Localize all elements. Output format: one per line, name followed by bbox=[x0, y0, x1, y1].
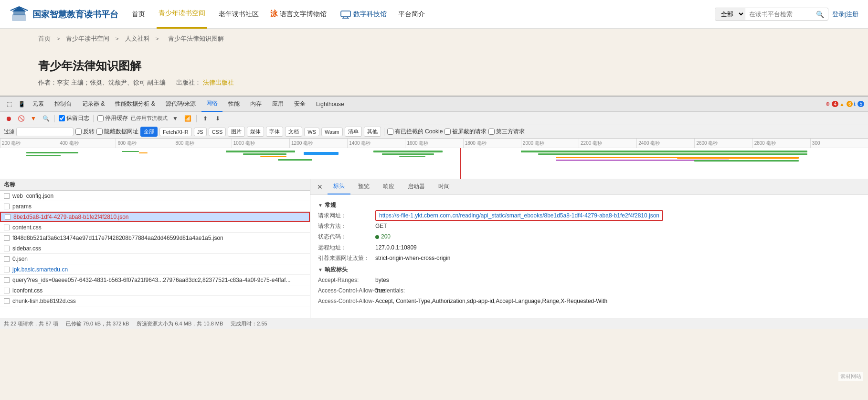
devtools-panel: ⬚ 📱 元素 控制台 记录器 & 性能数据分析 & 源代码/来源 网络 性能 内… bbox=[0, 96, 868, 329]
wifi-icon[interactable]: 📶 bbox=[183, 114, 192, 123]
nav-about[interactable]: 平台简介 bbox=[396, 0, 427, 29]
nav-youth[interactable]: 青少年读书空间 bbox=[157, 0, 207, 29]
requests-count: 共 22 项请求，共 87 项 bbox=[4, 320, 58, 327]
blocked-cookies-check[interactable]: 有已拦截的 Cookie bbox=[387, 128, 443, 136]
access-control-cred-label: Access-Control-Allow-Credentials: bbox=[318, 286, 375, 295]
breadcrumb-home[interactable]: 首页 bbox=[38, 35, 51, 42]
list-item-selected[interactable]: 8be1d5a8-1df4-4279-aba8-b1fe2f4f2810.jso… bbox=[0, 212, 310, 222]
hide-data-urls-check[interactable]: 隐藏数据网址 bbox=[96, 128, 138, 136]
page-content: 青少年法律知识图解 作者：李安 主编；张挺、沈颓尹、徐可 副主编 出版社： 法律… bbox=[0, 49, 868, 96]
nav-language[interactable]: 泳 语言文字博物馆 bbox=[270, 9, 327, 19]
filter-ws[interactable]: WS bbox=[304, 128, 319, 136]
nav-digital[interactable]: 数字科技馆 bbox=[340, 10, 387, 19]
file-checkbox[interactable] bbox=[4, 225, 10, 230]
upload-icon[interactable]: ⬆ bbox=[201, 114, 210, 123]
finish-time: 完成用时：2.55 bbox=[231, 320, 267, 327]
file-checkbox[interactable] bbox=[4, 256, 10, 262]
nav-home[interactable]: 首页 bbox=[130, 0, 147, 29]
list-item[interactable]: chunk-fish.bbe8192d.css bbox=[0, 296, 310, 306]
list-item[interactable]: jpk.basic.smartedu.cn bbox=[0, 264, 310, 275]
detail-tab-initiator[interactable]: 启动器 bbox=[402, 179, 431, 195]
file-checkbox[interactable] bbox=[4, 298, 10, 304]
invert-check[interactable]: 反转 bbox=[75, 128, 95, 136]
list-item[interactable]: iconfont.css bbox=[0, 285, 310, 296]
search-btn-toolbar[interactable]: 🔍 bbox=[41, 114, 51, 123]
file-checkbox[interactable] bbox=[5, 214, 11, 220]
inspect-icon[interactable]: ⬚ bbox=[4, 99, 14, 109]
filter-all[interactable]: 全部 bbox=[140, 127, 158, 137]
filter-btn-toolbar[interactable]: ▼ bbox=[29, 114, 38, 123]
filter-media[interactable]: 媒体 bbox=[247, 127, 264, 137]
filter-img[interactable]: 图片 bbox=[228, 127, 245, 137]
file-checkbox[interactable] bbox=[4, 235, 10, 241]
blocked-requests-check[interactable]: 被屏蔽的请求 bbox=[445, 128, 487, 136]
disable-cache-check[interactable]: 停用缓存 bbox=[97, 114, 128, 122]
logo[interactable]: 国家智慧教育读书平台 bbox=[10, 6, 118, 22]
nav-senior[interactable]: 老年读书社区 bbox=[217, 0, 261, 29]
status-row: 状态代码： 200 bbox=[318, 232, 860, 241]
request-detail-panel: ✕ 标头 预览 响应 启动器 时间 常规 请求网址： https://s-fil… bbox=[310, 179, 868, 318]
section-response-headers-title: 响应标头 bbox=[318, 266, 860, 274]
status-bar: 共 22 项请求，共 87 项 已传输 79.0 kB，共 372 kB 所选资… bbox=[0, 318, 868, 329]
tab-security[interactable]: 安全 bbox=[289, 97, 310, 112]
download-icon[interactable]: ⬇ bbox=[213, 114, 222, 123]
filter-input[interactable] bbox=[16, 128, 74, 136]
tab-console[interactable]: 控制台 bbox=[50, 97, 76, 112]
detail-tab-headers[interactable]: 标头 bbox=[328, 179, 350, 195]
list-item[interactable]: params bbox=[0, 201, 310, 212]
filter-doc[interactable]: 文档 bbox=[285, 127, 302, 137]
list-item[interactable]: 0.json bbox=[0, 254, 310, 264]
tab-performance-data[interactable]: 性能数据分析 & bbox=[110, 97, 159, 112]
url-text: https://s-file-1.ykt.cbern.com.cn/readin… bbox=[375, 210, 663, 221]
tab-sources[interactable]: 源代码/来源 bbox=[161, 97, 201, 112]
mark-2200: 2200 毫秒 bbox=[579, 139, 636, 148]
search-input[interactable] bbox=[745, 9, 812, 20]
detail-close-btn[interactable]: ✕ bbox=[314, 181, 326, 193]
tab-performance[interactable]: 性能 bbox=[223, 97, 244, 112]
breadcrumb-youth[interactable]: 青少年读书空间 bbox=[66, 35, 109, 42]
detail-tab-response[interactable]: 响应 bbox=[377, 179, 400, 195]
preserve-log-check[interactable]: 保留日志 bbox=[59, 114, 89, 122]
tab-network[interactable]: 网络 bbox=[201, 97, 222, 112]
filter-font[interactable]: 字体 bbox=[266, 127, 283, 137]
filter-bar: 过滤 反转 隐藏数据网址 全部 Fetch/XHR JS CSS 图片 媒体 字… bbox=[0, 125, 868, 139]
record-btn[interactable]: ⏺ bbox=[4, 114, 13, 123]
tab-memory[interactable]: 内存 bbox=[245, 97, 266, 112]
list-item[interactable]: f848d8b521af3a6c13474ae97d117e7f428208b7… bbox=[0, 233, 310, 243]
tab-application[interactable]: 应用 bbox=[267, 97, 288, 112]
file-checkbox[interactable] bbox=[4, 246, 10, 251]
file-checkbox[interactable] bbox=[4, 267, 10, 272]
list-item[interactable]: sidebar.css bbox=[0, 243, 310, 254]
toolbar-sep-1 bbox=[54, 115, 55, 122]
file-checkbox[interactable] bbox=[4, 193, 10, 199]
filter-wasm[interactable]: Wasm bbox=[321, 128, 343, 136]
selected-size: 所选资源大小为 6.4 MB，共 10.8 MB bbox=[137, 320, 223, 327]
detail-tab-preview[interactable]: 预览 bbox=[352, 179, 375, 195]
mark-2400: 2400 毫秒 bbox=[636, 139, 694, 148]
tab-elements[interactable]: 元素 bbox=[28, 97, 49, 112]
clear-btn[interactable]: 🚫 bbox=[16, 114, 26, 123]
filter-css[interactable]: CSS bbox=[209, 128, 226, 136]
filter-other[interactable]: 其他 bbox=[364, 127, 381, 137]
list-item[interactable]: web_config.json bbox=[0, 191, 310, 201]
third-party-check[interactable]: 第三方请求 bbox=[488, 128, 525, 136]
throttle-select[interactable]: ▼ bbox=[170, 114, 180, 123]
list-item[interactable]: content.css bbox=[0, 222, 310, 233]
tab-lighthouse[interactable]: Lighthouse bbox=[311, 97, 349, 112]
search-bar: 全部 🔍 bbox=[715, 8, 828, 21]
tab-recorder[interactable]: 记录器 & bbox=[77, 97, 109, 112]
filter-fetch-xhr[interactable]: Fetch/XHR bbox=[159, 128, 192, 136]
detail-tab-timing[interactable]: 时间 bbox=[433, 179, 455, 195]
filter-manifest[interactable]: 清单 bbox=[345, 127, 362, 137]
filter-js[interactable]: JS bbox=[194, 128, 207, 136]
search-scope-select[interactable]: 全部 bbox=[715, 8, 745, 20]
login-link[interactable]: 登录|注册 bbox=[832, 10, 858, 19]
list-item[interactable]: query?res_ids=0aeee057-6432-4831-b563-6f… bbox=[0, 275, 310, 285]
file-name: chunk-fish.bbe8192d.css bbox=[12, 298, 76, 304]
file-checkbox[interactable] bbox=[4, 204, 10, 209]
device-icon[interactable]: 📱 bbox=[16, 99, 27, 109]
file-checkbox[interactable] bbox=[4, 288, 10, 293]
search-button[interactable]: 🔍 bbox=[812, 9, 828, 20]
breadcrumb-humanities[interactable]: 人文社科 bbox=[125, 35, 150, 42]
file-checkbox[interactable] bbox=[4, 277, 10, 283]
